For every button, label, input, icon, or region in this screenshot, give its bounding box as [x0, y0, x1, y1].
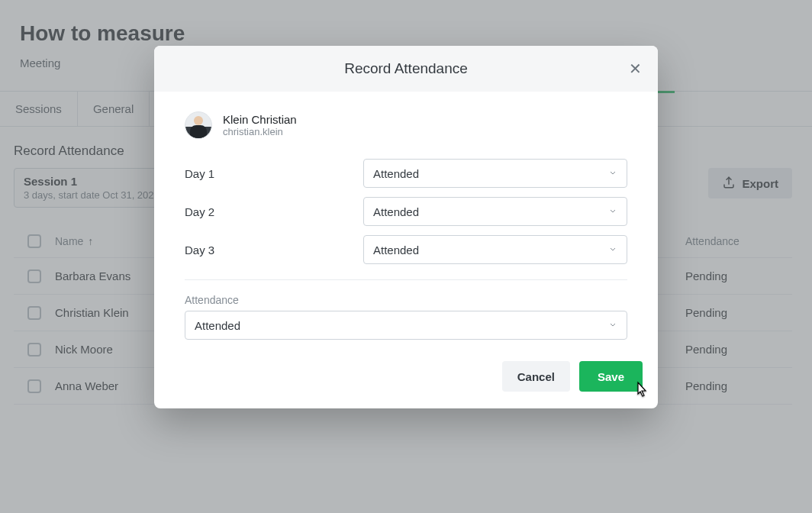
modal-body: Klein Christian christian.klein Day 1 At… — [154, 92, 658, 347]
user-row: Klein Christian christian.klein — [185, 111, 627, 139]
modal-header: Record Attendance ✕ — [154, 46, 658, 92]
chevron-down-icon — [608, 205, 617, 218]
cancel-button[interactable]: Cancel — [502, 361, 570, 392]
cursor-icon — [633, 381, 649, 401]
day-row: Day 3 Attended — [185, 235, 627, 264]
day-label: Day 2 — [185, 205, 363, 218]
avatar — [185, 111, 212, 139]
attendance-label: Attendance — [185, 294, 627, 306]
attendance-select[interactable]: Attended — [185, 311, 627, 340]
chevron-down-icon — [608, 244, 617, 256]
user-name: Klein Christian — [223, 113, 297, 126]
day-2-select[interactable]: Attended — [363, 197, 627, 226]
chevron-down-icon — [608, 167, 617, 180]
record-attendance-modal: Record Attendance ✕ Klein Christian chri… — [154, 46, 658, 408]
day-label: Day 1 — [185, 167, 363, 180]
day-row: Day 1 Attended — [185, 159, 627, 188]
page-root: How to measure Meeting Sessions General … — [0, 0, 812, 513]
day-3-select[interactable]: Attended — [363, 235, 627, 264]
divider — [185, 279, 627, 280]
close-icon[interactable]: ✕ — [626, 60, 644, 78]
day-label: Day 3 — [185, 244, 363, 256]
user-handle: christian.klein — [223, 126, 297, 137]
chevron-down-icon — [608, 319, 617, 332]
modal-title: Record Attendance — [171, 60, 641, 77]
select-value: Attended — [373, 205, 419, 218]
select-value: Attended — [373, 244, 419, 256]
modal-footer: Cancel Save — [154, 347, 658, 408]
day-1-select[interactable]: Attended — [363, 159, 627, 188]
modal-scrim[interactable]: Record Attendance ✕ Klein Christian chri… — [0, 0, 812, 513]
select-value: Attended — [195, 319, 240, 332]
day-row: Day 2 Attended — [185, 197, 627, 226]
select-value: Attended — [373, 167, 419, 180]
